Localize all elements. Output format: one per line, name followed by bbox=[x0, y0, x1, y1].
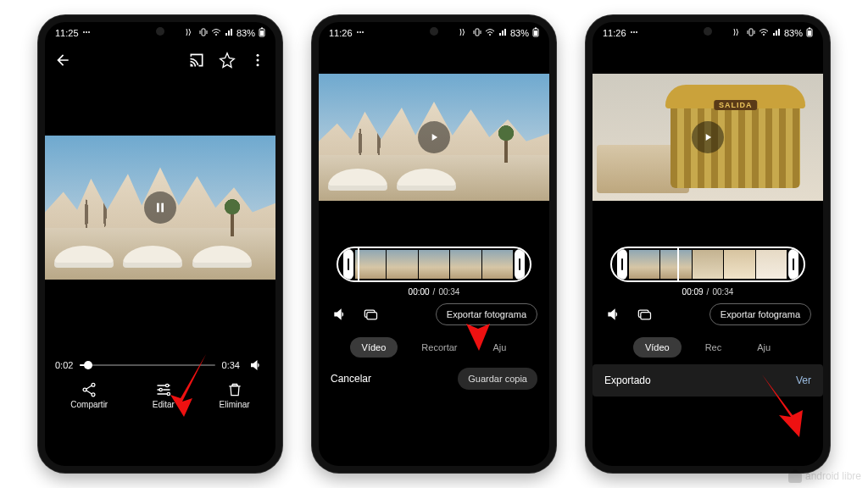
svg-rect-11 bbox=[157, 203, 159, 213]
status-notif-icon bbox=[82, 28, 91, 38]
signal-icon bbox=[772, 28, 781, 38]
status-time: 11:26 bbox=[329, 28, 353, 38]
svg-rect-3 bbox=[202, 29, 205, 36]
trim-handle-right[interactable] bbox=[788, 249, 798, 280]
svg-point-0 bbox=[83, 31, 85, 33]
play-icon[interactable] bbox=[418, 121, 450, 153]
status-notif-icon bbox=[356, 28, 364, 38]
progress-current: 0:02 bbox=[55, 360, 73, 370]
editor-timeline: 00:09 / 00:34 bbox=[593, 247, 823, 297]
editor-actions-row: Exportar fotograma bbox=[593, 297, 823, 325]
svg-point-13 bbox=[92, 383, 95, 386]
timeline-timestamps: 00:09 / 00:34 bbox=[682, 287, 734, 297]
favorite-star-icon[interactable] bbox=[218, 51, 236, 69]
battery-icon bbox=[532, 27, 539, 39]
share-icon bbox=[81, 381, 97, 398]
battery-pct: 83% bbox=[784, 28, 803, 38]
cancel-button[interactable]: Cancelar bbox=[331, 373, 371, 385]
status-bar: 11:26 83% bbox=[319, 22, 549, 44]
watermark: android libre bbox=[788, 469, 861, 483]
mute-icon[interactable] bbox=[331, 305, 349, 324]
svg-rect-32 bbox=[749, 29, 753, 36]
phone-screenshot-1: 11:25 83% bbox=[38, 15, 282, 473]
playhead[interactable] bbox=[358, 247, 359, 282]
svg-point-23 bbox=[489, 34, 491, 36]
scene-sign-text: SALIDA bbox=[714, 100, 758, 110]
toast-text: Exportado bbox=[604, 374, 651, 386]
watermark-text: android libre bbox=[805, 470, 861, 482]
svg-rect-22 bbox=[476, 29, 479, 36]
ts-total: 00:34 bbox=[712, 287, 733, 297]
svg-point-29 bbox=[631, 31, 632, 33]
timeline-thumbnails[interactable] bbox=[355, 250, 513, 279]
back-button[interactable] bbox=[53, 51, 72, 69]
wifi-icon bbox=[759, 28, 769, 38]
tutorial-arrow bbox=[754, 371, 813, 439]
nfc-icon bbox=[459, 28, 470, 38]
trash-icon bbox=[226, 381, 243, 398]
tab-video[interactable]: Vídeo bbox=[633, 337, 682, 358]
tab-video-label: Vídeo bbox=[362, 342, 387, 352]
play-icon[interactable] bbox=[692, 121, 724, 153]
mute-icon[interactable] bbox=[604, 305, 623, 324]
pause-icon[interactable] bbox=[144, 191, 176, 224]
phone-screenshot-2: 11:26 83% bbox=[312, 15, 556, 473]
export-frame-label: Exportar fotograma bbox=[721, 309, 800, 319]
battery-pct: 83% bbox=[236, 28, 255, 38]
share-label: Compartir bbox=[70, 400, 108, 409]
trim-handle-left[interactable] bbox=[617, 249, 627, 280]
tab-crop-label: Recortar bbox=[421, 342, 457, 352]
vibrate-icon bbox=[199, 28, 208, 38]
delete-button[interactable]: Eliminar bbox=[220, 381, 250, 409]
vibrate-icon bbox=[473, 28, 481, 38]
tab-crop[interactable]: Rec bbox=[693, 337, 734, 358]
stabilize-icon[interactable] bbox=[635, 305, 654, 324]
overflow-menu-icon[interactable] bbox=[248, 51, 267, 69]
nfc-icon bbox=[733, 28, 743, 38]
status-bar: 11:25 83% bbox=[45, 22, 275, 44]
video-preview[interactable] bbox=[45, 136, 275, 280]
svg-rect-12 bbox=[161, 203, 164, 213]
playhead[interactable] bbox=[677, 247, 679, 282]
video-preview[interactable] bbox=[319, 74, 549, 201]
wifi-icon bbox=[485, 28, 495, 38]
svg-point-30 bbox=[633, 31, 635, 33]
battery-icon bbox=[259, 27, 265, 39]
tab-video-label: Vídeo bbox=[645, 342, 670, 352]
wifi-icon bbox=[211, 28, 221, 38]
android-icon bbox=[788, 469, 802, 483]
export-frame-button[interactable]: Exportar fotograma bbox=[709, 303, 811, 325]
trim-handle-right[interactable] bbox=[515, 249, 525, 280]
svg-point-14 bbox=[83, 388, 86, 391]
trim-timeline[interactable] bbox=[337, 247, 531, 282]
stabilize-icon[interactable] bbox=[361, 305, 380, 324]
volume-icon[interactable] bbox=[247, 356, 265, 374]
editor-actions-row: Exportar fotograma bbox=[319, 297, 549, 325]
viewer-bottombar: Compartir Editar Eliminar bbox=[45, 374, 275, 414]
battery-icon bbox=[806, 27, 813, 39]
status-notif-icon bbox=[630, 28, 638, 38]
timeline-timestamps: 00:00 / 00:34 bbox=[409, 287, 460, 297]
timeline-thumbnails[interactable] bbox=[629, 250, 787, 279]
cast-icon[interactable] bbox=[187, 51, 206, 69]
delete-label: Eliminar bbox=[220, 400, 250, 409]
video-progress[interactable]: 0:02 0:34 bbox=[45, 356, 275, 374]
ts-current: 00:09 bbox=[682, 287, 704, 297]
tutorial-arrow bbox=[456, 285, 502, 352]
save-copy-button[interactable]: Guardar copia bbox=[458, 368, 537, 390]
svg-rect-6 bbox=[261, 28, 263, 30]
trim-timeline[interactable] bbox=[610, 247, 805, 282]
phone-screenshot-3: 11:26 83% SALIDA bbox=[586, 15, 830, 473]
tab-video[interactable]: Vídeo bbox=[350, 337, 398, 358]
tab-crop-label: Rec bbox=[705, 342, 722, 352]
svg-rect-38 bbox=[641, 313, 651, 319]
tab-adjust[interactable]: Aju bbox=[745, 337, 782, 358]
video-preview[interactable]: SALIDA bbox=[593, 74, 823, 201]
progress-total: 0:34 bbox=[222, 360, 240, 370]
svg-point-10 bbox=[257, 64, 259, 66]
svg-point-31 bbox=[636, 31, 637, 33]
share-button[interactable]: Compartir bbox=[70, 381, 108, 409]
status-time: 11:26 bbox=[603, 28, 626, 38]
trim-handle-left[interactable] bbox=[343, 249, 353, 280]
viewer-topbar bbox=[45, 44, 275, 76]
